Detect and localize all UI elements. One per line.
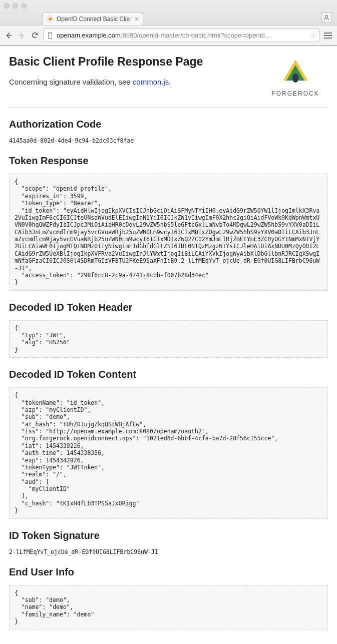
page-subtitle: Concerning signature validation, see com…	[9, 78, 203, 86]
decoded-content-heading: Decoded ID Token Content	[9, 369, 328, 380]
page-header: Basic Client Profile Response Page Conce…	[9, 55, 328, 108]
decoded-header-heading: Decoded ID Token Header	[9, 302, 328, 313]
forward-button[interactable]	[17, 31, 26, 40]
end-user-code: { "sub": "demo", "name": "demo", "family…	[9, 585, 328, 630]
hamburger-menu-button[interactable]	[324, 31, 333, 40]
window-close-dot[interactable]	[4, 3, 10, 9]
forgerock-logo: FORGEROCK	[263, 55, 328, 100]
decoded-header-code: { "typ": "JWT", "alg": "HS256" }	[9, 320, 328, 358]
page-title: Basic Client Profile Response Page	[9, 55, 203, 69]
reload-icon	[31, 32, 39, 39]
forgerock-logo-icon	[278, 58, 313, 87]
logo-text: FORGEROCK	[271, 90, 319, 97]
tab-row: OpenID Connect Basic Clie ×	[0, 11, 337, 25]
tab-title: OpenID Connect Basic Clie	[57, 16, 130, 23]
url-port: :8080	[121, 32, 137, 39]
reload-button[interactable]	[30, 31, 39, 40]
back-button[interactable]	[4, 31, 13, 40]
svg-point-0	[325, 15, 328, 18]
token-response-code: { "scope": "openid profile", "expires_in…	[9, 174, 328, 291]
svg-point-1	[292, 74, 299, 83]
page-icon	[47, 32, 54, 39]
common-js-link[interactable]: common.js	[133, 78, 169, 86]
page-content: Basic Client Profile Response Page Conce…	[0, 46, 337, 644]
signature-heading: ID Token Signature	[9, 530, 328, 541]
window-max-dot[interactable]	[21, 3, 27, 9]
bookmark-star-icon[interactable]: ☆	[310, 31, 316, 40]
tab-close-icon[interactable]: ×	[135, 15, 139, 23]
arrow-right-icon	[18, 32, 26, 40]
token-response-heading: Token Response	[9, 155, 328, 167]
address-bar[interactable]: openam.example.com:8080/openid-master/cb…	[43, 29, 320, 42]
url-path: /openid-master/cb-basic.html?scope=openi…	[137, 32, 271, 39]
favicon-icon	[47, 16, 54, 23]
url-host: openam.example.com	[57, 32, 121, 39]
profile-button[interactable]	[321, 12, 332, 23]
header-text: Basic Client Profile Response Page Conce…	[9, 55, 203, 86]
browser-toolbar: openam.example.com:8080/openid-master/cb…	[0, 25, 337, 46]
window-titlebar	[0, 0, 337, 11]
browser-chrome: OpenID Connect Basic Clie × openam.examp…	[0, 0, 337, 46]
hamburger-icon	[324, 33, 332, 34]
decoded-content-code: { "tokenName": "id_token", "azp": "myCli…	[9, 387, 328, 518]
browser-tab[interactable]: OpenID Connect Basic Clie ×	[42, 12, 143, 25]
auth-code-heading: Authorization Code	[9, 119, 328, 130]
window-min-dot[interactable]	[13, 3, 18, 9]
end-user-heading: End User Info	[9, 566, 328, 578]
signature-value: 2-lLfMEqYvT_ojcUe_dR-EGf0UIG8LIFBrbC96uW…	[9, 548, 328, 555]
auth-code-value: 4145aa0d-802d-4de4-9c94-b2dc03cf8fae	[9, 137, 328, 144]
user-icon	[323, 14, 330, 21]
arrow-left-icon	[5, 32, 13, 40]
